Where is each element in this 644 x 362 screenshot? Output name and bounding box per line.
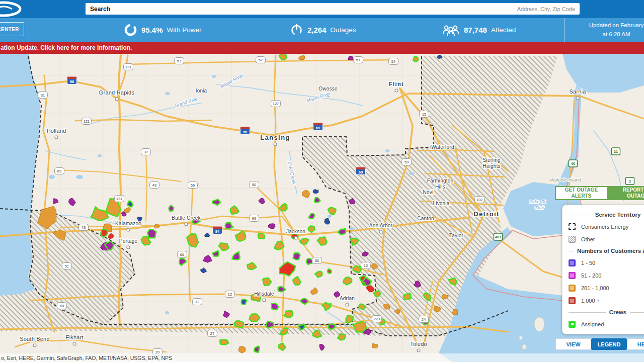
- map-shape: 54: [391, 59, 395, 64]
- small-lake: [385, 149, 389, 152]
- highway-shield: 94: [213, 227, 222, 234]
- map-shape: 51: [65, 264, 69, 268]
- map-shape: 89: [57, 169, 61, 173]
- city-dot: [274, 143, 277, 146]
- range-swatch-icon: [569, 259, 576, 266]
- outage-polygon: [438, 55, 442, 59]
- map-shape: 127: [273, 102, 279, 106]
- city-dot: [576, 97, 579, 100]
- outage-polygon: [220, 339, 228, 344]
- highway-shield: 43: [79, 224, 89, 231]
- map-attribution-text: o, Esri, HERE, Garmin, SafeGraph, FAO, M…: [1, 355, 172, 361]
- legend-item-label: Consumers Energy: [581, 224, 628, 230]
- highway-shield: 69: [313, 123, 323, 131]
- outage-polygon: [169, 206, 174, 211]
- map-shape: 24: [422, 317, 426, 322]
- highway-shield: 2: [626, 177, 634, 185]
- map-shape: 131: [125, 65, 132, 69]
- search-input[interactable]: Search Address, City, Zip Code: [86, 3, 580, 15]
- highway-shield: 37: [141, 149, 151, 155]
- tab-help[interactable]: HELP: [627, 338, 644, 350]
- consumers-energy-logo[interactable]: [0, 1, 22, 17]
- legend-range-label: 1,000 +: [581, 298, 600, 304]
- highway-shield: 66: [178, 251, 187, 258]
- get-outage-alerts-button[interactable]: GET OUTAGE ALERTS: [555, 186, 608, 200]
- highway-shield: 401: [494, 233, 503, 240]
- outage-polygon: [284, 311, 293, 318]
- map-shape: 66: [191, 183, 195, 188]
- divider-line: [569, 251, 574, 251]
- map-shape: 57: [259, 58, 263, 62]
- legend-range-label: 51 - 200: [581, 273, 601, 279]
- city-dot: [127, 246, 130, 249]
- outage-center-button[interactable]: E CENTER: [0, 22, 24, 36]
- map-shape: 69: [316, 126, 320, 130]
- highway-shield: 57: [175, 58, 184, 64]
- map-shape: [240, 127, 250, 130]
- city-label: Taylor: [449, 233, 463, 238]
- map-shape: 223: [374, 317, 380, 321]
- water-label: Lake St: [529, 199, 546, 204]
- map-shape: 401: [495, 235, 502, 239]
- map-shape: 102: [476, 198, 483, 202]
- city-dot: [263, 299, 266, 302]
- map-shape: 59: [405, 160, 409, 164]
- map-shape: 12: [228, 292, 232, 297]
- city-dot: [346, 303, 349, 306]
- map-shape: 37: [144, 150, 148, 154]
- highway-shield: 223: [372, 316, 382, 322]
- city-label: Holland: [47, 128, 66, 134]
- with-power-stat: 95.4% With Power: [124, 18, 202, 42]
- tab-legend[interactable]: LEGEND: [591, 338, 627, 350]
- city-label: Adrian: [340, 296, 355, 301]
- island: [534, 317, 544, 331]
- highway-shield: 99: [250, 215, 259, 222]
- outage-polygon: [250, 314, 260, 321]
- alert-banner[interactable]: ation Update. Click here for more inform…: [0, 42, 644, 54]
- highway-shield: 89: [55, 168, 64, 174]
- city-label: Ionia: [196, 88, 207, 94]
- report-outage-button[interactable]: REPORT AN OUTAGE: [608, 186, 644, 200]
- highway-shield: 21: [612, 148, 620, 155]
- tab-view[interactable]: VIEW: [555, 338, 591, 350]
- highway-shield: 127: [271, 101, 281, 107]
- city-label: Hillsdale: [254, 291, 274, 297]
- map-shape: [313, 123, 323, 126]
- outage-map[interactable]: 9696696994311315712137894366131575754127…: [0, 0, 644, 362]
- highway-shield: 96: [67, 77, 77, 84]
- divider-line: [569, 312, 606, 313]
- range-swatch-icon: [569, 272, 576, 279]
- search-label: Search: [90, 6, 110, 13]
- city-label: Battle Creek: [172, 215, 201, 221]
- highway-shield: 50: [250, 182, 259, 188]
- alert-banner-text[interactable]: ation Update. Click here for more inform…: [1, 44, 132, 51]
- outages-value: 2,264: [307, 26, 327, 34]
- city-label: Ann Arbor: [369, 223, 393, 228]
- outage-polygon: [238, 346, 246, 353]
- map-shape: 2: [629, 179, 631, 184]
- highway-shield: 12: [225, 291, 235, 298]
- map-shape: 27: [210, 331, 214, 336]
- dashed-territory-swatch-icon: [569, 223, 576, 230]
- city-label: Grand Rapids: [99, 89, 135, 96]
- legend-item-label: Other: [581, 236, 595, 242]
- city-label: Elkhart: [65, 334, 84, 340]
- divider: [564, 18, 565, 42]
- map-shape: 40: [571, 161, 575, 166]
- map-shape: 131: [116, 197, 123, 201]
- map-shape: 31: [41, 93, 45, 98]
- highway-shield: 15: [420, 111, 429, 118]
- search-hint: Address, City, Zip Code: [517, 6, 575, 12]
- map-shape: 69: [359, 170, 363, 174]
- people-icon: [442, 24, 460, 37]
- city-label: Jackson: [286, 229, 305, 234]
- map-shape: 43: [152, 183, 156, 188]
- city-dot: [185, 223, 188, 226]
- island: [519, 336, 522, 340]
- small-lake: [409, 172, 414, 175]
- highway-shield: 121: [82, 118, 92, 125]
- outages-label: Outages: [331, 26, 356, 34]
- outage-polygon: [374, 291, 381, 297]
- legend-crews-title: Crews: [569, 307, 644, 318]
- map-shape: 50: [315, 258, 319, 263]
